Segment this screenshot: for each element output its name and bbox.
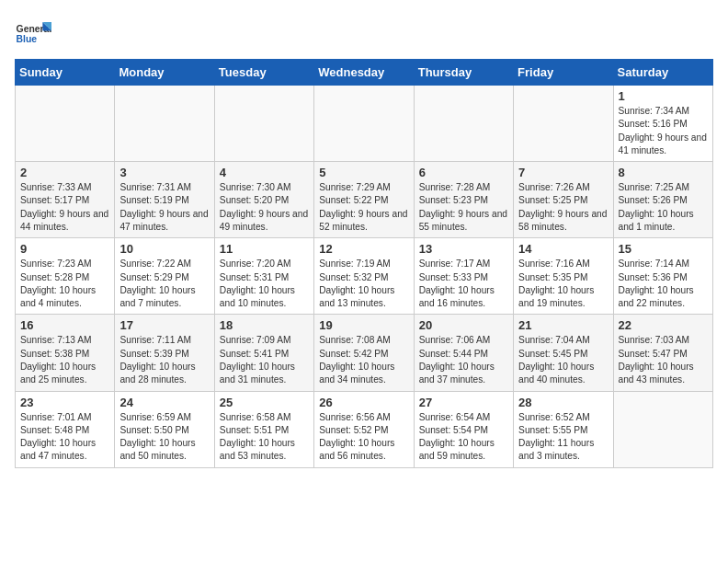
calendar-day: 22Sunrise: 7:03 AMSunset: 5:47 PMDayligh… xyxy=(613,315,712,391)
calendar-day: 1Sunrise: 7:34 AMSunset: 5:16 PMDaylight… xyxy=(613,86,712,162)
calendar-week-1: 1Sunrise: 7:34 AMSunset: 5:16 PMDaylight… xyxy=(16,86,713,162)
calendar-day: 3Sunrise: 7:31 AMSunset: 5:19 PMDaylight… xyxy=(115,162,214,238)
day-info: Sunrise: 7:08 AMSunset: 5:42 PMDaylight:… xyxy=(319,334,408,386)
calendar-day: 28Sunrise: 6:52 AMSunset: 5:55 PMDayligh… xyxy=(514,391,613,467)
day-number: 26 xyxy=(319,396,408,409)
calendar-day xyxy=(514,86,613,162)
calendar-day xyxy=(613,391,712,467)
day-info: Sunrise: 7:26 AMSunset: 5:25 PMDaylight:… xyxy=(518,181,608,234)
day-number: 5 xyxy=(319,166,408,179)
calendar-day: 17Sunrise: 7:11 AMSunset: 5:39 PMDayligh… xyxy=(115,315,214,391)
day-info: Sunrise: 6:54 AMSunset: 5:54 PMDaylight:… xyxy=(419,411,508,464)
day-info: Sunrise: 7:19 AMSunset: 5:32 PMDaylight:… xyxy=(319,258,408,310)
day-number: 6 xyxy=(419,166,508,179)
day-info: Sunrise: 7:33 AMSunset: 5:17 PMDaylight:… xyxy=(20,181,109,234)
day-info: Sunrise: 7:25 AMSunset: 5:26 PMDaylight:… xyxy=(619,181,708,234)
day-number: 14 xyxy=(518,242,608,256)
day-number: 25 xyxy=(220,396,309,409)
calendar-day: 9Sunrise: 7:23 AMSunset: 5:28 PMDaylight… xyxy=(16,238,115,315)
weekday-header-saturday: Saturday xyxy=(613,60,712,86)
calendar-day: 27Sunrise: 6:54 AMSunset: 5:54 PMDayligh… xyxy=(414,391,513,467)
logo: General Blue xyxy=(15,15,55,52)
day-number: 20 xyxy=(419,318,508,332)
calendar-day xyxy=(314,86,414,162)
calendar-day: 7Sunrise: 7:26 AMSunset: 5:25 PMDaylight… xyxy=(514,162,613,238)
day-number: 27 xyxy=(419,396,508,409)
calendar-day: 13Sunrise: 7:17 AMSunset: 5:33 PMDayligh… xyxy=(414,238,513,315)
weekday-header-tuesday: Tuesday xyxy=(214,60,313,86)
day-info: Sunrise: 7:06 AMSunset: 5:44 PMDaylight:… xyxy=(419,334,508,386)
day-number: 17 xyxy=(119,318,209,332)
calendar-day: 6Sunrise: 7:28 AMSunset: 5:23 PMDaylight… xyxy=(414,162,513,238)
day-info: Sunrise: 7:04 AMSunset: 5:45 PMDaylight:… xyxy=(518,334,608,386)
day-number: 18 xyxy=(220,318,309,332)
day-info: Sunrise: 6:58 AMSunset: 5:51 PMDaylight:… xyxy=(220,411,309,464)
calendar-day xyxy=(214,86,313,162)
day-info: Sunrise: 6:56 AMSunset: 5:52 PMDaylight:… xyxy=(319,411,408,464)
calendar-day: 5Sunrise: 7:29 AMSunset: 5:22 PMDaylight… xyxy=(314,162,414,238)
day-number: 15 xyxy=(619,242,708,256)
day-info: Sunrise: 7:31 AMSunset: 5:19 PMDaylight:… xyxy=(119,181,209,234)
calendar-day: 26Sunrise: 6:56 AMSunset: 5:52 PMDayligh… xyxy=(314,391,414,467)
calendar-day: 21Sunrise: 7:04 AMSunset: 5:45 PMDayligh… xyxy=(514,315,613,391)
calendar-day: 8Sunrise: 7:25 AMSunset: 5:26 PMDaylight… xyxy=(613,162,712,238)
calendar-day: 23Sunrise: 7:01 AMSunset: 5:48 PMDayligh… xyxy=(16,391,115,467)
day-number: 9 xyxy=(20,242,109,256)
calendar-day: 4Sunrise: 7:30 AMSunset: 5:20 PMDaylight… xyxy=(214,162,313,238)
calendar-week-5: 23Sunrise: 7:01 AMSunset: 5:48 PMDayligh… xyxy=(16,391,713,467)
calendar-week-3: 9Sunrise: 7:23 AMSunset: 5:28 PMDaylight… xyxy=(16,238,713,315)
svg-text:Blue: Blue xyxy=(17,34,38,44)
day-info: Sunrise: 7:14 AMSunset: 5:36 PMDaylight:… xyxy=(619,258,708,310)
day-info: Sunrise: 6:59 AMSunset: 5:50 PMDaylight:… xyxy=(119,411,209,464)
weekday-header-thursday: Thursday xyxy=(414,60,513,86)
weekday-header-sunday: Sunday xyxy=(16,60,115,86)
weekday-header-row: SundayMondayTuesdayWednesdayThursdayFrid… xyxy=(16,60,713,86)
day-number: 10 xyxy=(119,242,209,256)
weekday-header-monday: Monday xyxy=(115,60,214,86)
calendar-day: 20Sunrise: 7:06 AMSunset: 5:44 PMDayligh… xyxy=(414,315,513,391)
day-info: Sunrise: 7:16 AMSunset: 5:35 PMDaylight:… xyxy=(518,258,608,310)
day-number: 11 xyxy=(220,242,309,256)
calendar-day: 18Sunrise: 7:09 AMSunset: 5:41 PMDayligh… xyxy=(214,315,313,391)
day-number: 2 xyxy=(20,166,109,179)
day-info: Sunrise: 7:01 AMSunset: 5:48 PMDaylight:… xyxy=(20,411,109,464)
day-number: 4 xyxy=(220,166,309,179)
page-header: General Blue xyxy=(15,15,713,52)
day-info: Sunrise: 7:30 AMSunset: 5:20 PMDaylight:… xyxy=(220,181,309,234)
day-info: Sunrise: 7:17 AMSunset: 5:33 PMDaylight:… xyxy=(419,258,508,310)
day-number: 7 xyxy=(518,166,608,179)
day-number: 28 xyxy=(518,396,608,409)
day-info: Sunrise: 7:20 AMSunset: 5:31 PMDaylight:… xyxy=(220,258,309,310)
calendar-day xyxy=(414,86,513,162)
calendar-day xyxy=(16,86,115,162)
day-number: 23 xyxy=(20,396,109,409)
day-number: 1 xyxy=(619,89,708,103)
calendar-day: 19Sunrise: 7:08 AMSunset: 5:42 PMDayligh… xyxy=(314,315,414,391)
day-info: Sunrise: 7:28 AMSunset: 5:23 PMDaylight:… xyxy=(419,181,508,234)
calendar-day: 25Sunrise: 6:58 AMSunset: 5:51 PMDayligh… xyxy=(214,391,313,467)
calendar-day xyxy=(115,86,214,162)
day-info: Sunrise: 7:29 AMSunset: 5:22 PMDaylight:… xyxy=(319,181,408,234)
day-number: 22 xyxy=(619,318,708,332)
logo-icon: General Blue xyxy=(15,15,51,52)
day-number: 19 xyxy=(319,318,408,332)
day-info: Sunrise: 7:23 AMSunset: 5:28 PMDaylight:… xyxy=(20,258,109,310)
calendar-day: 12Sunrise: 7:19 AMSunset: 5:32 PMDayligh… xyxy=(314,238,414,315)
calendar-week-2: 2Sunrise: 7:33 AMSunset: 5:17 PMDaylight… xyxy=(16,162,713,238)
day-number: 24 xyxy=(119,396,209,409)
day-info: Sunrise: 7:22 AMSunset: 5:29 PMDaylight:… xyxy=(119,258,209,310)
day-info: Sunrise: 7:13 AMSunset: 5:38 PMDaylight:… xyxy=(20,334,109,386)
day-number: 13 xyxy=(419,242,508,256)
day-info: Sunrise: 7:09 AMSunset: 5:41 PMDaylight:… xyxy=(220,334,309,386)
day-number: 12 xyxy=(319,242,408,256)
calendar-day: 11Sunrise: 7:20 AMSunset: 5:31 PMDayligh… xyxy=(214,238,313,315)
calendar-day: 24Sunrise: 6:59 AMSunset: 5:50 PMDayligh… xyxy=(115,391,214,467)
calendar-day: 14Sunrise: 7:16 AMSunset: 5:35 PMDayligh… xyxy=(514,238,613,315)
day-number: 21 xyxy=(518,318,608,332)
day-info: Sunrise: 7:34 AMSunset: 5:16 PMDaylight:… xyxy=(619,105,708,157)
day-info: Sunrise: 7:11 AMSunset: 5:39 PMDaylight:… xyxy=(119,334,209,386)
calendar-day: 16Sunrise: 7:13 AMSunset: 5:38 PMDayligh… xyxy=(16,315,115,391)
calendar-day: 2Sunrise: 7:33 AMSunset: 5:17 PMDaylight… xyxy=(16,162,115,238)
calendar-week-4: 16Sunrise: 7:13 AMSunset: 5:38 PMDayligh… xyxy=(16,315,713,391)
calendar-day: 15Sunrise: 7:14 AMSunset: 5:36 PMDayligh… xyxy=(613,238,712,315)
